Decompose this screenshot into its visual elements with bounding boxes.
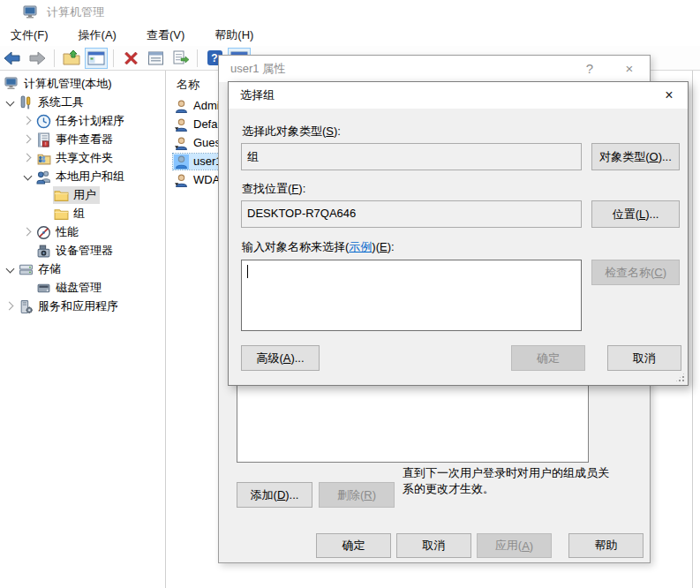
- apply-button: 应用(A): [477, 533, 552, 558]
- locations-button[interactable]: 位置(L)...: [591, 200, 680, 228]
- export-list-button[interactable]: [169, 48, 192, 69]
- properties-dialog-title: user1 属性: [230, 61, 285, 77]
- user-icon: [174, 99, 189, 113]
- tree-item-computer-management-local[interactable]: 计算机管理(本地): [0, 74, 165, 93]
- shared-folders-icon: [36, 151, 51, 165]
- location-label: 查找位置(F):: [242, 181, 305, 197]
- select-dialog-title: 选择组: [240, 87, 275, 103]
- toolbar-separator: [113, 49, 114, 67]
- remove-button: 删除(R): [319, 482, 395, 508]
- console-tree-panel: 计算机管理(本地) 系统工具 任务计划程序 !事件查看器 共享文件夹 本地用户和…: [0, 71, 166, 588]
- event-viewer-icon: !: [36, 132, 51, 147]
- tree-item-performance[interactable]: 性能: [0, 222, 165, 241]
- folder-icon: [54, 207, 69, 221]
- menu-view[interactable]: 查看(V): [138, 25, 193, 46]
- tree-item-label: 服务和应用程序: [38, 298, 118, 314]
- tree-item-users[interactable]: 用户: [0, 185, 165, 204]
- resize-grip[interactable]: [675, 373, 685, 382]
- examples-link[interactable]: 示例: [349, 240, 372, 253]
- services-apps-icon: [19, 299, 34, 313]
- menu-action[interactable]: 操作(A): [70, 25, 125, 46]
- disk-management-icon: [36, 281, 51, 295]
- window-titlebar: 计算机管理: [0, 0, 700, 25]
- tree-item-device-manager[interactable]: 设备管理器: [0, 241, 165, 260]
- computer-management-app-icon: [23, 5, 39, 19]
- forward-arrow-icon: [28, 51, 46, 65]
- object-names-label-suffix: )(E):: [372, 240, 394, 253]
- tree-item-label: 事件查看器: [56, 132, 113, 147]
- list-item-label: Gues: [193, 136, 221, 149]
- ok-button[interactable]: 确定: [316, 533, 391, 558]
- menu-bar: 文件(F) 操作(A) 查看(V) 帮助(H): [0, 25, 700, 46]
- cancel-button[interactable]: 取消: [396, 533, 471, 558]
- tree-item-event-viewer[interactable]: !事件查看器: [0, 130, 165, 148]
- list-item-label: WDA: [193, 173, 220, 186]
- console-tree-window-icon: [87, 51, 105, 65]
- select-groups-dialog: 选择组 × 选择此对象类型(S): 组 对象类型(O)... 查找位置(F): …: [228, 81, 689, 386]
- chevron-right-icon[interactable]: [21, 148, 35, 167]
- properties-button[interactable]: [144, 48, 167, 69]
- location-field[interactable]: DESKTOP-R7QA646: [241, 200, 582, 228]
- tree-item-label: 任务计划程序: [56, 113, 124, 129]
- up-folder-icon: [63, 50, 80, 65]
- tree-item-label: 存储: [38, 261, 61, 277]
- properties-window-icon: [147, 51, 164, 65]
- tree-item-task-scheduler[interactable]: 任务计划程序: [0, 111, 165, 130]
- export-list-icon: [172, 50, 189, 65]
- chevron-spacer: [21, 241, 35, 260]
- object-type-label: 选择此对象类型(S):: [242, 124, 341, 139]
- folder-icon: [54, 188, 69, 202]
- tree-item-shared-folders[interactable]: 共享文件夹: [0, 148, 165, 167]
- device-manager-icon: [36, 244, 51, 258]
- tree-item-label: 组: [73, 206, 85, 222]
- advanced-button[interactable]: 高级(A)...: [241, 345, 320, 371]
- object-type-field[interactable]: 组: [241, 143, 582, 170]
- tree-item-label: 设备管理器: [56, 243, 113, 259]
- toolbar-separator: [197, 49, 198, 67]
- back-button[interactable]: [1, 48, 24, 69]
- select-dialog-titlebar: 选择组: [229, 82, 688, 109]
- chevron-right-icon[interactable]: [21, 111, 35, 130]
- tree-item-label: 系统工具: [38, 94, 84, 110]
- tree-item-storage[interactable]: 存储: [0, 260, 165, 278]
- add-button[interactable]: 添加(D)...: [237, 482, 312, 508]
- tree-item-disk-management[interactable]: 磁盘管理: [0, 278, 165, 297]
- tree-item-local-users-and-groups[interactable]: 本地用户和组: [0, 167, 165, 185]
- chevron-down-icon[interactable]: [4, 93, 18, 111]
- chevron-right-icon[interactable]: [21, 130, 35, 148]
- tree-item-services-and-applications[interactable]: 服务和应用程序: [0, 297, 165, 315]
- storage-icon: [19, 262, 34, 276]
- select-cancel-button[interactable]: 取消: [607, 345, 681, 371]
- select-ok-button: 确定: [511, 345, 585, 371]
- performance-icon: [36, 225, 51, 239]
- chevron-right-icon[interactable]: [21, 222, 35, 241]
- dialog-help-icon[interactable]: ?: [575, 56, 605, 81]
- menu-file[interactable]: 文件(F): [2, 25, 57, 46]
- toggle-console-tree-button[interactable]: [85, 48, 108, 69]
- user-selected-icon: [174, 155, 189, 169]
- system-tools-icon: [19, 95, 34, 109]
- chevron-down-icon[interactable]: [21, 167, 35, 185]
- delete-button[interactable]: [119, 48, 142, 69]
- chevron-down-icon[interactable]: [4, 260, 18, 278]
- text-caret: [247, 265, 248, 278]
- object-names-input[interactable]: [241, 260, 582, 331]
- menu-help[interactable]: 帮助(H): [206, 25, 262, 46]
- tree-item-label: 计算机管理(本地): [24, 76, 112, 92]
- back-arrow-icon: [4, 51, 21, 65]
- object-types-button[interactable]: 对象类型(O)...: [591, 143, 680, 170]
- computer-icon: [4, 77, 19, 91]
- window-title: 计算机管理: [47, 4, 104, 20]
- help-bottom-button[interactable]: 帮助: [568, 533, 644, 558]
- chevron-spacer: [21, 278, 35, 297]
- object-names-label: 输入对象名称来选择(示例)(E):: [242, 239, 395, 255]
- close-icon[interactable]: ×: [654, 82, 684, 108]
- user-disabled-icon: [174, 173, 189, 187]
- tree-item-system-tools[interactable]: 系统工具: [0, 93, 165, 111]
- close-icon[interactable]: ×: [614, 56, 644, 81]
- forward-button[interactable]: [26, 48, 49, 69]
- chevron-right-icon[interactable]: [4, 297, 18, 315]
- delete-x-icon: [124, 51, 139, 65]
- up-one-level-button[interactable]: [60, 48, 83, 69]
- tree-item-groups[interactable]: 组: [0, 204, 165, 222]
